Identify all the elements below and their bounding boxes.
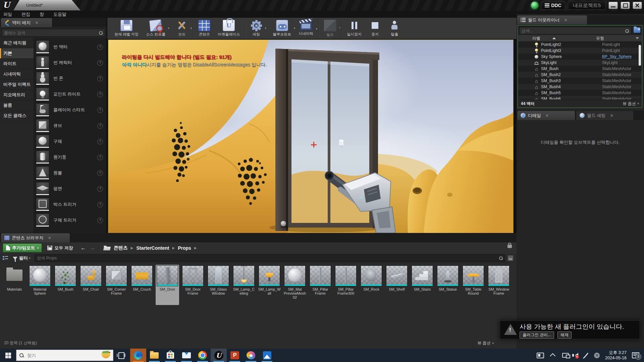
- actor-player-start[interactable]: 플레이어 스타트?: [36, 103, 104, 117]
- asset-item[interactable]: SM_Chair: [79, 265, 103, 305]
- stop-button[interactable]: 중지: [365, 20, 385, 37]
- taskbar-app-mail[interactable]: [178, 349, 195, 362]
- asset-item-selected[interactable]: SM_Door: [156, 265, 179, 305]
- category-visual-effects[interactable]: 비주얼 이펙트: [0, 79, 34, 90]
- asset-search-input[interactable]: [35, 256, 499, 260]
- actor-sphere-trigger[interactable]: 구체 트리거?: [36, 213, 104, 227]
- visibility-eye-icon[interactable]: [520, 73, 525, 77]
- new-folder-icon[interactable]: [634, 27, 640, 33]
- taskbar-app-chrome[interactable]: [195, 349, 211, 362]
- world-outliner-tab[interactable]: 월드 아웃라이너 ✕: [517, 15, 587, 24]
- asset-item[interactable]: SM_Statue: [436, 265, 460, 305]
- marketplace-button[interactable]: 마켓플레이스: [214, 20, 244, 37]
- content-browser-tab[interactable]: 콘텐츠 브라우저 ✕: [1, 233, 70, 242]
- visibility-eye-icon[interactable]: [520, 91, 525, 95]
- taskbar-app-edge[interactable]: [130, 349, 146, 362]
- source-control-button[interactable]: 소스 컨트롤▾: [142, 20, 169, 37]
- tray-expand-chevron-icon[interactable]: [550, 353, 555, 359]
- visibility-eye-icon[interactable]: [520, 43, 525, 47]
- outliner-view-options[interactable]: 뷰 옵션 ▾: [612, 101, 642, 107]
- asset-item[interactable]: Material Sphere: [28, 265, 52, 305]
- ddc-button[interactable]: DDC: [541, 1, 565, 10]
- close-tab-icon[interactable]: ✕: [545, 113, 549, 118]
- asset-item[interactable]: SM_Window Frame: [487, 265, 511, 305]
- actor-plane[interactable]: 평면?: [36, 182, 104, 196]
- start-button[interactable]: [0, 349, 16, 362]
- details-tab[interactable]: i 디테일 ✕: [517, 111, 575, 120]
- visibility-eye-icon[interactable]: [520, 55, 525, 59]
- breadcrumb-content[interactable]: 콘텐츠: [114, 245, 128, 251]
- volume-muted-icon[interactable]: [575, 353, 578, 358]
- column-label[interactable]: 라벨: [518, 36, 552, 41]
- level-viewport[interactable]: 라이팅을 다시 빌드해야 합니다 (빌드 필요: 91개) 아직 아니다시지를 …: [108, 40, 514, 233]
- category-basic[interactable]: 기본: [0, 48, 34, 59]
- outliner-scrollbar[interactable]: [639, 45, 641, 66]
- outliner-row[interactable]: SM_Bush5StaticMeshActor: [518, 90, 642, 96]
- save-all-button[interactable]: 모두 저장: [47, 245, 73, 251]
- task-view-button[interactable]: [117, 351, 125, 359]
- world-settings-tab[interactable]: 월드 세팅 ✕: [576, 111, 633, 120]
- asset-item-materials[interactable]: Materials: [3, 265, 26, 305]
- asset-item[interactable]: SM_Shelf: [385, 265, 409, 305]
- action-center-icon[interactable]: 3: [632, 352, 639, 358]
- filter-label[interactable]: 필터: [19, 255, 28, 261]
- cinematics-button[interactable]: 시네마틱▾: [295, 20, 317, 36]
- network-icon[interactable]: [562, 353, 569, 358]
- close-tab-icon[interactable]: ✕: [610, 113, 613, 118]
- outliner-row[interactable]: SkyLightSkyLight: [518, 60, 642, 66]
- visibility-eye-icon[interactable]: [520, 79, 525, 83]
- asset-item[interactable]: SM_Rock: [360, 265, 383, 305]
- nav-back-icon[interactable]: ←: [80, 245, 86, 251]
- outliner-search-input[interactable]: [520, 28, 625, 33]
- blueprints-button[interactable]: 블루프린트▾: [269, 20, 295, 37]
- taskbar-app-unreal[interactable]: U: [211, 349, 227, 362]
- asset-item[interactable]: SM_Lamp_Ceiling: [232, 265, 256, 305]
- taskbar-app-paint[interactable]: [243, 349, 259, 362]
- content-button[interactable]: 콘텐츠: [195, 20, 214, 37]
- actor-empty-character[interactable]: 빈 캐릭터?: [36, 56, 104, 70]
- minimize-button[interactable]: [608, 2, 618, 9]
- close-button[interactable]: [633, 2, 642, 9]
- taskbar-app-store[interactable]: [162, 349, 178, 362]
- taskbar-search-input[interactable]: [26, 353, 102, 358]
- save-search-icon[interactable]: [508, 255, 513, 261]
- asset-item[interactable]: SM_Table Round: [462, 265, 485, 305]
- menu-window[interactable]: 창: [35, 11, 49, 18]
- breadcrumb-props[interactable]: Props: [178, 245, 191, 251]
- actor-cylinder[interactable]: 원기둥?: [36, 150, 104, 164]
- taskbar-search-box[interactable]: [16, 350, 113, 361]
- outliner-row[interactable]: SM_Bush3StaticMeshActor: [518, 78, 642, 84]
- asset-item[interactable]: SM_Door Frame: [181, 265, 205, 305]
- actor-cone[interactable]: 원뿔?: [36, 166, 104, 180]
- asset-item[interactable]: SM_Pillar Frame300: [334, 265, 358, 305]
- blocked-status-icon[interactable]: ✕: [594, 353, 600, 358]
- actor-sphere[interactable]: 구체?: [36, 134, 104, 148]
- actor-empty-pawn[interactable]: 빈 폰?: [36, 71, 104, 85]
- close-tab-icon[interactable]: ✕: [48, 236, 51, 240]
- close-tab-icon[interactable]: ✕: [564, 18, 568, 22]
- actor-empty-actor[interactable]: 빈 액터?: [36, 40, 104, 54]
- visibility-eye-icon[interactable]: [520, 85, 525, 89]
- category-volumes[interactable]: 볼륨: [0, 100, 34, 111]
- news-widget-icon[interactable]: [537, 353, 544, 358]
- asset-item[interactable]: SM_Corner Frame: [105, 265, 128, 305]
- class-search-input[interactable]: [2, 31, 99, 35]
- actor-box-trigger[interactable]: 박스 트리거?: [36, 197, 104, 212]
- taskbar-app-explorer[interactable]: [146, 349, 162, 362]
- place-actors-tab[interactable]: 액터 배치 ✕: [1, 18, 52, 27]
- asset-item[interactable]: SM_Mat PreviewMesh 02: [283, 265, 307, 305]
- menu-edit[interactable]: 편집: [17, 11, 35, 18]
- category-geometry[interactable]: 지오메트리: [0, 90, 34, 100]
- manage-plugins-button[interactable]: 플러그인 관리...: [520, 331, 554, 339]
- column-type[interactable]: 유형: [596, 36, 636, 41]
- sources-panel-icon[interactable]: [3, 256, 8, 260]
- maximize-button[interactable]: [621, 2, 630, 9]
- asset-item[interactable]: SM_Glass Window: [207, 265, 230, 305]
- eject-button[interactable]: 탈출: [385, 20, 404, 37]
- nav-forward-icon[interactable]: →: [90, 245, 95, 251]
- visibility-eye-icon[interactable]: [520, 49, 525, 53]
- asset-item[interactable]: SM_Bush: [54, 265, 77, 305]
- actor-point-light[interactable]: 포인트 라이트?: [36, 87, 104, 101]
- pause-button[interactable]: 일시정지: [343, 20, 365, 37]
- visibility-eye-icon[interactable]: [520, 67, 525, 71]
